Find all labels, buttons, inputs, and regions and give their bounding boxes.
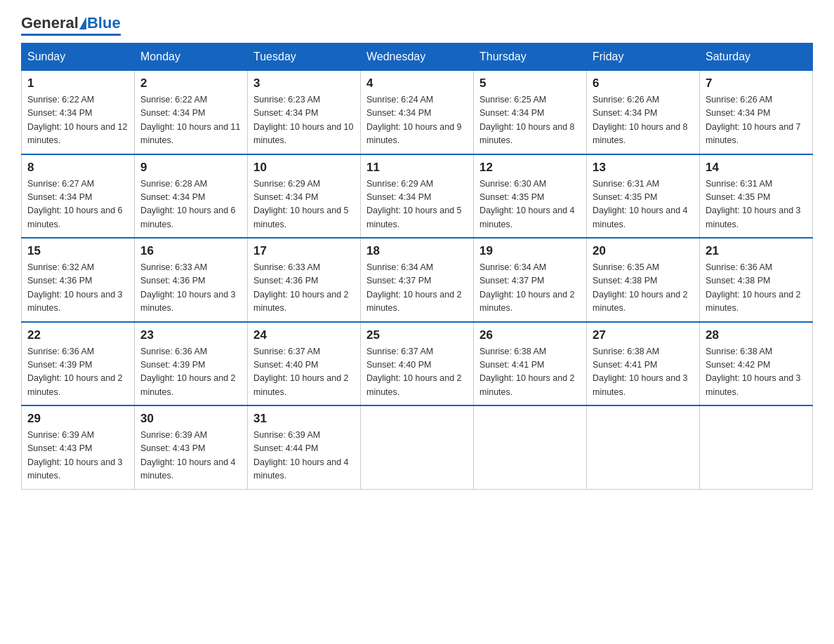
day-info: Sunrise: 6:34 AMSunset: 4:37 PMDaylight:…: [366, 262, 462, 313]
table-row: 12Sunrise: 6:30 AMSunset: 4:35 PMDayligh…: [474, 154, 587, 239]
day-number: 8: [27, 161, 128, 175]
day-number: 24: [253, 328, 355, 342]
table-row: 20Sunrise: 6:35 AMSunset: 4:38 PMDayligh…: [587, 238, 700, 322]
day-number: 26: [479, 328, 581, 342]
day-info: Sunrise: 6:22 AMSunset: 4:34 PMDaylight:…: [27, 95, 127, 145]
table-row: 26Sunrise: 6:38 AMSunset: 4:41 PMDayligh…: [474, 322, 587, 406]
day-number: 10: [253, 161, 355, 175]
day-info: Sunrise: 6:37 AMSunset: 4:40 PMDaylight:…: [253, 347, 349, 397]
day-number: 18: [366, 244, 468, 258]
day-info: Sunrise: 6:26 AMSunset: 4:34 PMDaylight:…: [706, 95, 801, 145]
week-row-4: 22Sunrise: 6:36 AMSunset: 4:39 PMDayligh…: [22, 322, 813, 406]
logo-blue-text: Blue: [87, 14, 121, 32]
week-row-5: 29Sunrise: 6:39 AMSunset: 4:43 PMDayligh…: [22, 405, 813, 489]
day-number: 25: [366, 328, 468, 342]
day-info: Sunrise: 6:32 AMSunset: 4:36 PMDaylight:…: [27, 262, 123, 313]
day-number: 16: [140, 244, 241, 258]
table-row: 10Sunrise: 6:29 AMSunset: 4:34 PMDayligh…: [248, 154, 361, 239]
table-row: 28Sunrise: 6:38 AMSunset: 4:42 PMDayligh…: [700, 322, 813, 406]
table-row: 14Sunrise: 6:31 AMSunset: 4:35 PMDayligh…: [700, 154, 813, 239]
day-number: 5: [479, 76, 581, 90]
table-row: 6Sunrise: 6:26 AMSunset: 4:34 PMDaylight…: [587, 71, 700, 154]
table-row: 2Sunrise: 6:22 AMSunset: 4:34 PMDaylight…: [135, 71, 248, 154]
day-info: Sunrise: 6:22 AMSunset: 4:34 PMDaylight:…: [140, 95, 240, 145]
table-row: 17Sunrise: 6:33 AMSunset: 4:36 PMDayligh…: [248, 238, 361, 322]
header-saturday: Saturday: [700, 43, 813, 71]
table-row: 16Sunrise: 6:33 AMSunset: 4:36 PMDayligh…: [135, 238, 248, 322]
day-info: Sunrise: 6:38 AMSunset: 4:41 PMDaylight:…: [479, 347, 575, 397]
table-row: 9Sunrise: 6:28 AMSunset: 4:34 PMDaylight…: [135, 154, 248, 239]
day-number: 28: [706, 328, 807, 342]
table-row: 21Sunrise: 6:36 AMSunset: 4:38 PMDayligh…: [700, 238, 813, 322]
table-row: [361, 405, 474, 489]
day-number: 14: [706, 161, 807, 175]
day-info: Sunrise: 6:35 AMSunset: 4:38 PMDaylight:…: [593, 262, 688, 313]
day-number: 3: [253, 76, 355, 90]
day-info: Sunrise: 6:30 AMSunset: 4:35 PMDaylight:…: [479, 179, 575, 229]
page-header: GeneralBlue: [21, 14, 813, 36]
table-row: [587, 405, 700, 489]
day-info: Sunrise: 6:36 AMSunset: 4:38 PMDaylight:…: [706, 262, 801, 313]
table-row: 30Sunrise: 6:39 AMSunset: 4:43 PMDayligh…: [135, 405, 248, 489]
table-row: 31Sunrise: 6:39 AMSunset: 4:44 PMDayligh…: [248, 405, 361, 489]
day-info: Sunrise: 6:36 AMSunset: 4:39 PMDaylight:…: [140, 347, 236, 397]
logo-general-text: General: [21, 14, 79, 32]
day-number: 7: [706, 76, 807, 90]
table-row: 19Sunrise: 6:34 AMSunset: 4:37 PMDayligh…: [474, 238, 587, 322]
table-row: 18Sunrise: 6:34 AMSunset: 4:37 PMDayligh…: [361, 238, 474, 322]
day-info: Sunrise: 6:33 AMSunset: 4:36 PMDaylight:…: [140, 262, 236, 313]
table-row: 13Sunrise: 6:31 AMSunset: 4:35 PMDayligh…: [587, 154, 700, 239]
day-info: Sunrise: 6:34 AMSunset: 4:37 PMDaylight:…: [479, 262, 575, 313]
day-number: 6: [593, 76, 694, 90]
day-number: 4: [366, 76, 468, 90]
table-row: [474, 405, 587, 489]
header-monday: Monday: [135, 43, 248, 71]
day-number: 30: [140, 412, 241, 426]
day-number: 9: [140, 161, 241, 175]
table-row: [700, 405, 813, 489]
day-number: 1: [27, 76, 128, 90]
table-row: 23Sunrise: 6:36 AMSunset: 4:39 PMDayligh…: [135, 322, 248, 406]
header-tuesday: Tuesday: [248, 43, 361, 71]
day-number: 2: [140, 76, 241, 90]
logo-triangle-icon: [79, 17, 86, 29]
day-number: 20: [593, 244, 694, 258]
day-number: 19: [479, 244, 581, 258]
table-row: 4Sunrise: 6:24 AMSunset: 4:34 PMDaylight…: [361, 71, 474, 154]
day-info: Sunrise: 6:39 AMSunset: 4:43 PMDaylight:…: [27, 430, 123, 481]
table-row: 22Sunrise: 6:36 AMSunset: 4:39 PMDayligh…: [22, 322, 135, 406]
day-number: 13: [593, 161, 694, 175]
header-friday: Friday: [587, 43, 700, 71]
table-row: 29Sunrise: 6:39 AMSunset: 4:43 PMDayligh…: [22, 405, 135, 489]
header-wednesday: Wednesday: [361, 43, 474, 71]
day-info: Sunrise: 6:31 AMSunset: 4:35 PMDaylight:…: [593, 179, 688, 229]
day-info: Sunrise: 6:39 AMSunset: 4:43 PMDaylight:…: [140, 430, 236, 481]
day-number: 31: [253, 412, 355, 426]
week-row-3: 15Sunrise: 6:32 AMSunset: 4:36 PMDayligh…: [22, 238, 813, 322]
day-info: Sunrise: 6:25 AMSunset: 4:34 PMDaylight:…: [479, 95, 575, 145]
day-number: 29: [27, 412, 128, 426]
day-number: 27: [593, 328, 694, 342]
day-info: Sunrise: 6:37 AMSunset: 4:40 PMDaylight:…: [366, 347, 462, 397]
day-info: Sunrise: 6:27 AMSunset: 4:34 PMDaylight:…: [27, 179, 123, 229]
day-number: 17: [253, 244, 355, 258]
day-number: 15: [27, 244, 128, 258]
table-row: 27Sunrise: 6:38 AMSunset: 4:41 PMDayligh…: [587, 322, 700, 406]
day-info: Sunrise: 6:29 AMSunset: 4:34 PMDaylight:…: [253, 179, 349, 229]
calendar-table: SundayMondayTuesdayWednesdayThursdayFrid…: [21, 43, 813, 490]
table-row: 24Sunrise: 6:37 AMSunset: 4:40 PMDayligh…: [248, 322, 361, 406]
day-info: Sunrise: 6:38 AMSunset: 4:41 PMDaylight:…: [593, 347, 688, 397]
table-row: 5Sunrise: 6:25 AMSunset: 4:34 PMDaylight…: [474, 71, 587, 154]
day-info: Sunrise: 6:39 AMSunset: 4:44 PMDaylight:…: [253, 430, 349, 481]
day-info: Sunrise: 6:36 AMSunset: 4:39 PMDaylight:…: [27, 347, 123, 397]
header-sunday: Sunday: [22, 43, 135, 71]
day-info: Sunrise: 6:28 AMSunset: 4:34 PMDaylight:…: [140, 179, 236, 229]
day-number: 12: [479, 161, 581, 175]
day-info: Sunrise: 6:24 AMSunset: 4:34 PMDaylight:…: [366, 95, 462, 145]
day-info: Sunrise: 6:33 AMSunset: 4:36 PMDaylight:…: [253, 262, 349, 313]
table-row: 15Sunrise: 6:32 AMSunset: 4:36 PMDayligh…: [22, 238, 135, 322]
days-header-row: SundayMondayTuesdayWednesdayThursdayFrid…: [22, 43, 813, 71]
logo-underline: [21, 34, 121, 36]
day-info: Sunrise: 6:29 AMSunset: 4:34 PMDaylight:…: [366, 179, 462, 229]
day-number: 22: [27, 328, 128, 342]
